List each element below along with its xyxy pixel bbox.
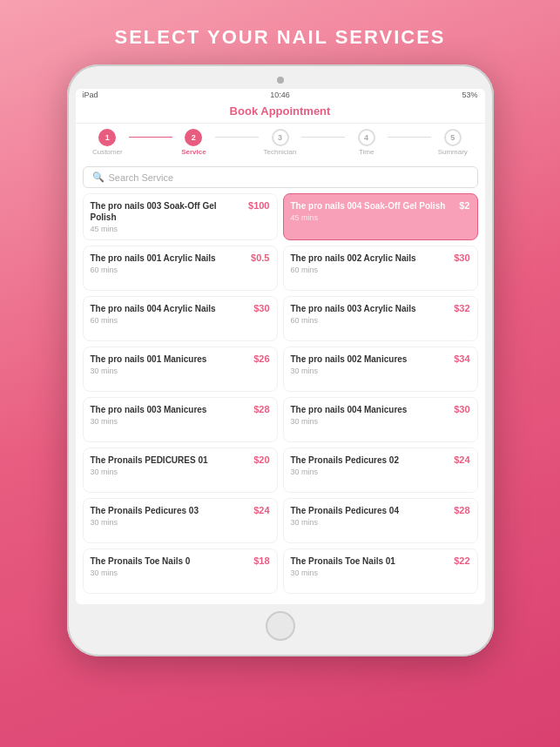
step-label-2: Service bbox=[181, 148, 206, 156]
service-name-3: The pro nails 002 Acrylic Nails bbox=[291, 252, 451, 264]
time-label: 10:46 bbox=[270, 91, 290, 99]
service-card-15[interactable]: The Pronails Toe Nails 01 $22 30 mins bbox=[283, 548, 478, 594]
step-customer: 1 Customer bbox=[85, 129, 129, 156]
service-duration-2: 60 mins bbox=[91, 266, 270, 274]
steps-bar: 1 Customer 2 Service 3 Technician 4 Time… bbox=[76, 124, 485, 161]
service-price-6: $26 bbox=[253, 353, 269, 364]
search-bar[interactable]: 🔍 Search Service bbox=[83, 166, 478, 188]
service-name-15: The Pronails Toe Nails 01 bbox=[291, 555, 451, 567]
step-technician: 3 Technician bbox=[259, 129, 302, 156]
service-duration-4: 60 mins bbox=[91, 316, 270, 325]
service-price-0: $100 bbox=[248, 200, 269, 211]
service-card-6[interactable]: The pro nails 001 Manicures $26 30 mins bbox=[83, 347, 278, 392]
services-row-8: The Pronails Toe Nails 0 $18 30 mins The… bbox=[83, 548, 478, 594]
service-name-2: The pro nails 001 Acrylic Nails bbox=[91, 252, 248, 264]
step-circle-3: 3 bbox=[272, 129, 289, 146]
service-name-4: The pro nails 004 Acrylic Nails bbox=[91, 303, 251, 314]
step-line-2 bbox=[215, 137, 259, 138]
services-row-1: The pro nails 003 Soak-Off Gel Polish $1… bbox=[83, 193, 478, 240]
service-duration-12: 30 mins bbox=[91, 518, 270, 527]
services-row-3: The pro nails 004 Acrylic Nails $30 60 m… bbox=[83, 296, 478, 341]
step-circle-5: 5 bbox=[444, 129, 462, 146]
services-row-4: The pro nails 001 Manicures $26 30 mins … bbox=[83, 347, 478, 392]
service-card-14[interactable]: The Pronails Toe Nails 0 $18 30 mins bbox=[83, 548, 278, 594]
service-card-0[interactable]: The pro nails 003 Soak-Off Gel Polish $1… bbox=[83, 193, 278, 240]
services-row-7: The Pronails Pedicures 03 $24 30 mins Th… bbox=[83, 498, 478, 543]
service-name-13: The Pronails Pedicures 04 bbox=[291, 505, 451, 516]
services-row-5: The pro nails 003 Manicures $28 30 mins … bbox=[83, 397, 478, 442]
status-bar: iPad 10:46 53% bbox=[76, 89, 485, 101]
service-card-13[interactable]: The Pronails Pedicures 04 $28 30 mins bbox=[283, 498, 478, 543]
step-label-1: Customer bbox=[92, 148, 123, 156]
step-service: 2 Service bbox=[172, 129, 216, 156]
services-grid: The pro nails 003 Soak-Off Gel Polish $1… bbox=[76, 193, 485, 604]
service-name-14: The Pronails Toe Nails 0 bbox=[91, 555, 251, 567]
step-label-4: Time bbox=[359, 148, 374, 156]
service-card-7[interactable]: The pro nails 002 Manicures $34 30 mins bbox=[283, 347, 478, 392]
service-duration-9: 30 mins bbox=[291, 417, 470, 426]
carrier-label: iPad bbox=[83, 91, 98, 99]
service-card-10[interactable]: The Pronails PEDICURES 01 $20 30 mins bbox=[83, 448, 278, 493]
service-duration-11: 30 mins bbox=[291, 468, 470, 476]
step-line-1 bbox=[129, 137, 172, 138]
service-name-0: The pro nails 003 Soak-Off Gel Polish bbox=[91, 200, 246, 223]
ipad-frame: iPad 10:46 53% Book Appointment 1 Custom… bbox=[67, 64, 494, 656]
service-name-1: The pro nails 004 Soak-Off Gel Polish bbox=[291, 200, 456, 212]
service-price-8: $28 bbox=[253, 404, 269, 414]
service-duration-10: 30 mins bbox=[91, 468, 270, 476]
service-card-4[interactable]: The pro nails 004 Acrylic Nails $30 60 m… bbox=[83, 296, 278, 341]
service-duration-8: 30 mins bbox=[91, 417, 270, 426]
service-price-7: $34 bbox=[454, 353, 469, 364]
service-card-9[interactable]: The pro nails 004 Manicures $30 30 mins bbox=[283, 397, 478, 442]
service-duration-1: 45 mins bbox=[291, 213, 470, 222]
service-duration-14: 30 mins bbox=[91, 569, 270, 577]
service-price-13: $28 bbox=[454, 505, 469, 515]
service-price-11: $24 bbox=[454, 454, 469, 465]
service-name-10: The Pronails PEDICURES 01 bbox=[91, 454, 251, 466]
service-duration-15: 30 mins bbox=[291, 569, 470, 577]
services-row-6: The Pronails PEDICURES 01 $20 30 mins Th… bbox=[83, 448, 478, 493]
step-circle-1: 1 bbox=[98, 129, 116, 146]
service-duration-7: 30 mins bbox=[291, 367, 470, 375]
service-price-5: $32 bbox=[454, 303, 469, 313]
service-duration-13: 30 mins bbox=[291, 518, 470, 527]
service-card-2[interactable]: The pro nails 001 Acrylic Nails $0.5 60 … bbox=[83, 246, 278, 291]
search-placeholder: Search Service bbox=[109, 172, 174, 183]
service-name-9: The pro nails 004 Manicures bbox=[291, 404, 451, 415]
service-price-4: $30 bbox=[253, 303, 269, 313]
step-label-3: Technician bbox=[264, 148, 297, 156]
service-card-5[interactable]: The pro nails 003 Acrylic Nails $32 60 m… bbox=[283, 296, 478, 341]
service-price-9: $30 bbox=[454, 404, 469, 414]
services-row-2: The pro nails 001 Acrylic Nails $0.5 60 … bbox=[83, 246, 478, 291]
service-price-2: $0.5 bbox=[251, 252, 269, 263]
service-duration-6: 30 mins bbox=[91, 367, 270, 375]
service-price-12: $24 bbox=[253, 505, 269, 515]
step-circle-2: 2 bbox=[185, 129, 202, 146]
ipad-home-button[interactable] bbox=[266, 611, 295, 641]
step-summary: 5 Summary bbox=[431, 129, 475, 156]
service-name-6: The pro nails 001 Manicures bbox=[91, 353, 251, 365]
step-time: 4 Time bbox=[345, 129, 388, 156]
service-name-5: The pro nails 003 Acrylic Nails bbox=[291, 303, 451, 314]
step-circle-4: 4 bbox=[358, 129, 375, 146]
service-name-8: The pro nails 003 Manicures bbox=[91, 404, 251, 415]
service-card-1[interactable]: The pro nails 004 Soak-Off Gel Polish $2… bbox=[283, 193, 478, 240]
service-name-11: The Pronails Pedicures 02 bbox=[291, 454, 451, 466]
search-icon: 🔍 bbox=[92, 172, 105, 183]
service-price-15: $22 bbox=[454, 555, 469, 566]
page-title: SELECT YOUR NAIL SERVICES bbox=[114, 26, 445, 49]
service-name-7: The pro nails 002 Manicures bbox=[291, 353, 451, 365]
service-name-12: The Pronails Pedicures 03 bbox=[91, 505, 251, 516]
service-price-14: $18 bbox=[253, 555, 269, 566]
service-card-12[interactable]: The Pronails Pedicures 03 $24 30 mins bbox=[83, 498, 278, 543]
service-duration-5: 60 mins bbox=[291, 316, 470, 325]
battery-label: 53% bbox=[462, 91, 477, 99]
step-line-4 bbox=[388, 137, 431, 138]
service-card-11[interactable]: The Pronails Pedicures 02 $24 30 mins bbox=[283, 448, 478, 493]
app-header-title: Book Appointment bbox=[76, 104, 485, 118]
service-card-8[interactable]: The pro nails 003 Manicures $28 30 mins bbox=[83, 397, 278, 442]
service-card-3[interactable]: The pro nails 002 Acrylic Nails $30 60 m… bbox=[283, 246, 478, 291]
app-header: Book Appointment bbox=[76, 101, 485, 124]
ipad-screen: iPad 10:46 53% Book Appointment 1 Custom… bbox=[76, 89, 485, 604]
step-label-5: Summary bbox=[438, 148, 468, 156]
